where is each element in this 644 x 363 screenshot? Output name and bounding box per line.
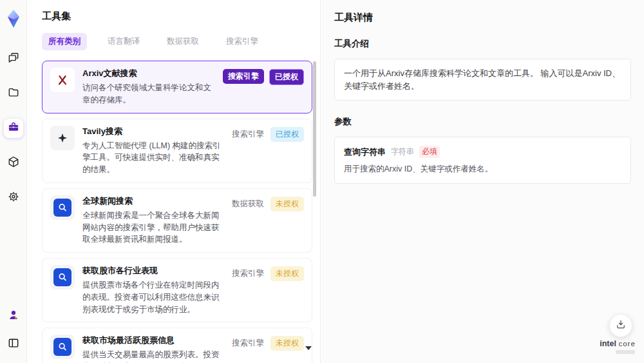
status-badge: 已授权 <box>270 127 304 142</box>
required-badge: 必填 <box>419 146 440 158</box>
scroll-down-icon <box>305 346 312 350</box>
app-logo-icon <box>3 6 24 31</box>
tool-intro-text: 一个用于从Arxiv存储库搜索科学论文和文章的工具。 输入可以是Arxiv ID… <box>334 59 631 101</box>
category-label: 数据获取 <box>231 197 265 211</box>
tool-description: 访问各个研究领域大量科学论文和文章的存储库。 <box>82 82 215 106</box>
parameter-type: 字符串 <box>391 146 414 157</box>
tool-title: 获取市场最活跃股票信息 <box>82 335 223 346</box>
briefcase-icon <box>7 121 20 136</box>
app-window: 工具集 所有类别 语言翻译 数据获取 搜索引擎 Arxiv文献搜索 访问各个研究… <box>0 0 644 363</box>
stock-search-app-icon <box>50 265 75 289</box>
category-label: 搜索引擎 <box>231 127 265 142</box>
tools-panel: 工具集 所有类别 语言翻译 数据获取 搜索引擎 Arxiv文献搜索 访问各个研究… <box>27 0 321 363</box>
tab-data-fetching[interactable]: 数据获取 <box>160 33 205 50</box>
tools-panel-title: 工具集 <box>42 10 311 23</box>
tavily-star-icon <box>50 126 75 150</box>
tool-card-global-news[interactable]: 全球新闻搜索 全球新闻搜索是一个聚合全球各大新闻网站内容的搜索引擎，帮助用户快速… <box>42 188 312 253</box>
tab-all-categories[interactable]: 所有类别 <box>42 33 87 50</box>
sidebar-item-chat[interactable] <box>4 49 23 68</box>
category-label: 搜索引擎 <box>231 266 265 281</box>
stock-search-app-icon <box>50 335 75 359</box>
parameter-name: 查询字符串 <box>344 146 386 158</box>
tool-description: 提供当天交易量最高的股票列表。投资者可以利用这些信息来识别流动性强的股票和潜在的… <box>82 349 223 363</box>
sidebar-item-files[interactable] <box>4 84 23 103</box>
package-icon <box>7 155 20 171</box>
params-heading: 参数 <box>334 116 631 128</box>
intel-core-logo: intel core <box>598 339 638 354</box>
tab-language-translation[interactable]: 语言翻译 <box>101 33 146 50</box>
tool-title: 全球新闻搜索 <box>82 195 223 207</box>
tool-card-tavily[interactable]: Tavily搜索 专为人工智能代理 (LLM) 构建的搜索引擎工具。可快速提供实… <box>42 119 312 183</box>
category-badge: 搜索引擎 <box>223 69 264 84</box>
icon-rail <box>0 0 27 363</box>
tool-description: 提供股票市场各个行业在特定时间段内的表现。投资者可以利用这些信息来识别表现优于或… <box>82 279 223 315</box>
intro-heading: 工具介绍 <box>334 38 631 50</box>
status-badge: 未授权 <box>270 266 304 281</box>
user-icon <box>7 308 20 324</box>
rail-nav <box>4 49 23 208</box>
tab-search-engine[interactable]: 搜索引擎 <box>220 33 265 50</box>
sidebar-item-packages[interactable] <box>4 153 23 173</box>
gear-icon <box>7 190 20 206</box>
user-avatar[interactable] <box>4 306 23 326</box>
tool-card-most-active-stocks[interactable]: 获取市场最活跃股票信息 提供当天交易量最高的股票列表。投资者可以利用这些信息来识… <box>42 328 312 363</box>
chat-icon <box>7 51 20 66</box>
collapse-sidebar-button[interactable] <box>4 335 23 354</box>
tool-description: 专为人工智能代理 (LLM) 构建的搜索引擎工具。可快速提供实时、准确和真实的结… <box>82 140 223 176</box>
download-button[interactable] <box>609 314 632 337</box>
arxiv-logo-icon <box>50 68 75 92</box>
tool-card-sector-performance[interactable]: 获取股市各行业表现 提供股票市场各个行业在特定时间段内的表现。投资者可以利用这些… <box>42 258 312 322</box>
list-scrollbar[interactable] <box>313 61 316 197</box>
panel-toggle-icon <box>7 337 20 352</box>
intel-sub-mark <box>616 350 635 354</box>
sidebar-item-tools[interactable] <box>4 119 23 138</box>
tool-title: 获取股市各行业表现 <box>82 265 223 277</box>
download-icon <box>615 319 627 333</box>
sidebar-item-settings[interactable] <box>4 188 23 208</box>
details-title: 工具详情 <box>334 12 631 24</box>
parameter-card: 查询字符串 字符串 必填 用于搜索的Arxiv ID、关键字或作者姓名。 <box>334 137 631 184</box>
tool-list: Arxiv文献搜索 访问各个研究领域大量科学论文和文章的存储库。 搜索引擎 已授… <box>42 61 312 363</box>
status-badge: 未授权 <box>270 336 304 351</box>
tool-details-panel: 工具详情 工具介绍 一个用于从Arxiv存储库搜索科学论文和文章的工具。 输入可… <box>321 0 644 363</box>
news-search-app-icon <box>50 195 75 220</box>
intel-wordmark: intel <box>600 339 616 348</box>
tool-title: Arxiv文献搜索 <box>82 68 215 79</box>
status-badge: 未授权 <box>270 197 304 211</box>
parameter-description: 用于搜索的Arxiv ID、关键字或作者姓名。 <box>344 164 621 175</box>
tool-title: Tavily搜索 <box>82 126 223 137</box>
folder-icon <box>7 86 20 101</box>
core-wordmark: core <box>618 340 635 348</box>
tool-description: 全球新闻搜索是一个聚合全球各大新闻网站内容的搜索引擎，帮助用户快速获取全球最新资… <box>82 210 223 246</box>
category-label: 搜索引擎 <box>231 336 265 351</box>
tool-card-arxiv[interactable]: Arxiv文献搜索 访问各个研究领域大量科学论文和文章的存储库。 搜索引擎 已授… <box>42 61 312 113</box>
status-badge: 已授权 <box>269 69 304 85</box>
category-tabs: 所有类别 语言翻译 数据获取 搜索引擎 <box>42 33 311 50</box>
rail-bottom <box>4 306 23 354</box>
